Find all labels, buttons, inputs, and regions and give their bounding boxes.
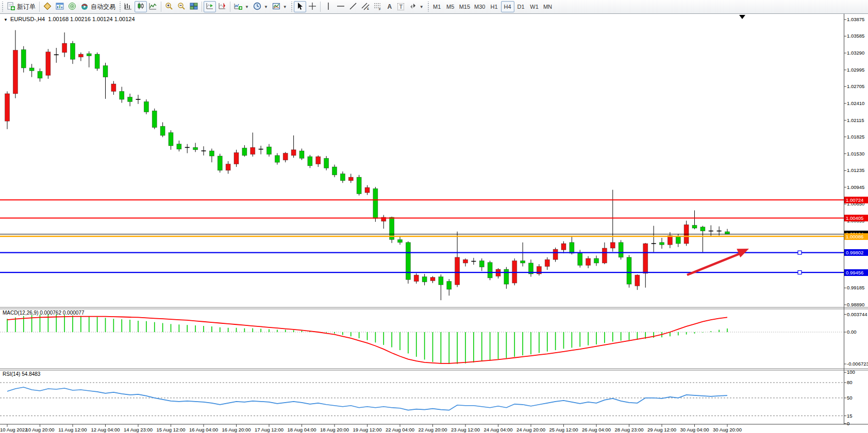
time-label: 22 Aug 04:00 <box>386 427 414 432</box>
tile-windows-button[interactable] <box>188 1 200 12</box>
time-label: 25 Aug 12:00 <box>549 427 578 432</box>
timeframe-H1[interactable]: H1 <box>488 1 501 12</box>
time-label: 30 Aug 04:00 <box>680 427 709 432</box>
toolbar-separator <box>161 2 161 12</box>
rsi-tick: 0 <box>847 421 867 426</box>
price-tick: 1.01235 <box>847 167 867 173</box>
text-button[interactable]: A <box>384 1 395 12</box>
auto-trading-button[interactable]: 自动交易 <box>78 1 118 12</box>
timeframe-H4[interactable]: H4 <box>501 1 514 12</box>
symbol-dropdown-icon[interactable]: ▼ <box>4 18 8 22</box>
crosshair-button[interactable] <box>306 1 319 12</box>
arrows-button[interactable]: ▼ <box>407 1 426 12</box>
price-tick: 1.02410 <box>847 100 867 106</box>
diamond-icon <box>43 2 52 12</box>
crosshair-icon <box>308 2 316 12</box>
hline-handle[interactable] <box>798 251 802 254</box>
line-chart-button[interactable] <box>147 1 159 12</box>
time-label: 28 Aug 23:00 <box>615 427 644 432</box>
svg-text:F: F <box>379 8 381 10</box>
toolbar-separator <box>320 2 321 12</box>
horizontal-line-button[interactable] <box>335 1 347 12</box>
fibonacci-button[interactable]: F <box>372 1 384 12</box>
price-level-label: 0.99456 <box>844 269 868 276</box>
price-tick: 1.02705 <box>847 83 867 89</box>
time-label: 19 Aug 12:00 <box>353 427 382 432</box>
dropdown-arrow-icon: ▼ <box>245 5 249 9</box>
new-order-label: 新订单 <box>17 3 36 11</box>
time-label: 22 Aug 20:00 <box>419 427 447 432</box>
vertical-line-icon <box>324 2 332 12</box>
time-label: 15 Aug 12:00 <box>157 427 186 432</box>
equidistant-channel-button[interactable]: E <box>359 1 372 12</box>
candlestick-chart-button[interactable] <box>135 1 147 12</box>
periods-button[interactable]: ▼ <box>251 1 270 12</box>
strategy-tester-button[interactable] <box>66 1 78 12</box>
zoom-out-button[interactable] <box>175 1 188 12</box>
chart-canvas[interactable] <box>0 0 868 433</box>
channel-icon: E <box>361 2 370 12</box>
cursor-button[interactable] <box>294 1 306 12</box>
tile-windows-icon <box>190 2 198 12</box>
new-order-button[interactable]: 新订单 <box>5 1 38 12</box>
price-tick: 1.03290 <box>847 50 867 56</box>
toolbar-separator <box>202 2 202 12</box>
rsi-tick: 80 <box>847 379 867 385</box>
clock-icon <box>253 2 261 12</box>
toolbar-grip <box>118 2 122 12</box>
macd-tick: 0.003744 <box>847 311 867 317</box>
timeframe-MN[interactable]: MN <box>541 1 555 12</box>
timeframe-M15[interactable]: M15 <box>457 1 472 12</box>
template-icon <box>272 2 280 12</box>
toolbar-grip <box>426 2 430 12</box>
timeframe-M1[interactable]: M1 <box>430 1 444 12</box>
zoom-in-icon <box>165 2 173 12</box>
dropdown-arrow-icon: ▼ <box>283 5 287 9</box>
price-tick: 0.98890 <box>847 302 867 307</box>
time-label: 29 Aug 12:00 <box>647 427 676 432</box>
text-label-button[interactable]: T <box>395 1 407 12</box>
time-label: 24 Aug 04:00 <box>484 427 513 432</box>
chart-shift-button[interactable] <box>216 1 228 12</box>
timeframe-D1[interactable]: D1 <box>514 1 528 12</box>
toolbar-separator <box>230 2 230 12</box>
price-tick: 1.03875 <box>847 16 867 22</box>
chart-header: ▼EURUSD-,H4 1.00168 1.00216 1.00124 1.00… <box>4 16 135 22</box>
timeframe-W1[interactable]: W1 <box>528 1 541 12</box>
macd-indicator-label: MACD(12,26,9) 0.000762 0.000077 <box>3 310 84 316</box>
auto-scroll-button[interactable] <box>204 1 216 12</box>
new-order-icon <box>7 2 15 12</box>
vertical-line-button[interactable] <box>322 1 335 12</box>
price-level-label: 1.00724 <box>844 197 868 203</box>
auto-trading-label: 自动交易 <box>91 3 115 11</box>
timeframe-M5[interactable]: M5 <box>444 1 457 12</box>
toolbar-grip <box>1 2 4 12</box>
bar-chart-button[interactable] <box>122 1 135 12</box>
chart-shift-icon <box>218 2 226 12</box>
zoom-in-button[interactable] <box>163 1 175 12</box>
templates-button[interactable]: ▼ <box>270 1 289 12</box>
toolbar: 新订单 自动交易 <box>0 0 868 14</box>
rsi-tick: 100 <box>847 369 867 375</box>
data-window-button[interactable] <box>54 1 66 12</box>
price-tick: 1.02995 <box>847 67 867 73</box>
radar-icon <box>68 2 76 12</box>
toolbar-separator <box>39 2 40 12</box>
price-tick: 1.03585 <box>847 33 867 39</box>
time-label: 18 Aug 04:00 <box>288 427 316 432</box>
timeframe-M30[interactable]: M30 <box>472 1 487 12</box>
text-icon: A <box>387 3 392 10</box>
chart-ohlc-values: 1.00168 1.00216 1.00124 1.00124 <box>48 16 135 22</box>
trendline-button[interactable] <box>347 1 359 12</box>
dropdown-arrow-icon: ▼ <box>264 5 268 9</box>
time-label: 23 Aug 12:00 <box>451 427 480 432</box>
chart-window-icon <box>56 2 64 12</box>
zoom-out-icon <box>177 2 186 12</box>
market-watch-button[interactable] <box>41 1 54 12</box>
macd-tick: 0.00 <box>847 329 867 335</box>
price-tick: 1.00945 <box>847 184 867 190</box>
rsi-tick: 15 <box>847 413 867 419</box>
hline-handle[interactable] <box>798 271 802 274</box>
macd-tick: -0.006723 <box>847 361 867 367</box>
indicators-button[interactable]: ▼ <box>232 1 251 12</box>
